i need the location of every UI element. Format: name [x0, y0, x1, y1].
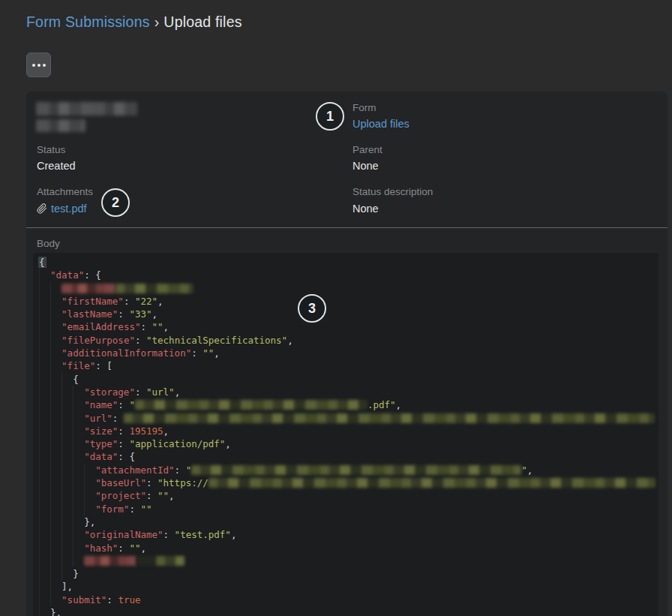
attachments-value: test.pdf	[37, 203, 87, 216]
breadcrumb: Form Submissions›Upload files	[26, 14, 242, 31]
code-token: "size"	[84, 425, 118, 437]
code-token: "firstName"	[62, 296, 124, 307]
code-token: :	[118, 308, 129, 320]
code-line: "additionalInformation": "",	[39, 347, 658, 359]
code-token: "	[186, 464, 192, 476]
code-token: "hash"	[84, 542, 118, 554]
code-line: "submit": true	[39, 593, 658, 606]
code-token: "baseUrl"	[95, 477, 146, 488]
code-token: ,	[527, 464, 533, 476]
attachment-filename: test.pdf	[51, 203, 87, 215]
section-divider	[26, 227, 668, 228]
attachment-link[interactable]: test.pdf	[37, 203, 87, 215]
code-token: "url"	[84, 413, 112, 424]
paperclip-icon	[37, 203, 47, 214]
redacted-blur	[208, 478, 656, 488]
annotation-circle-3: 3	[298, 294, 326, 323]
code-line: "filePurpose": "technicalSpecifications"…	[39, 334, 658, 347]
code-token: ],	[62, 581, 73, 592]
code-token: "technicalSpecifications"	[146, 335, 287, 346]
code-token: ""	[129, 542, 140, 554]
code-line: "data": {	[39, 450, 658, 463]
code-token: true	[118, 594, 140, 605]
code-token: :	[129, 503, 140, 515]
code-token: "data"	[84, 451, 118, 462]
code-token: : {	[84, 269, 101, 281]
redacted-blur	[156, 556, 184, 566]
code-token: ,	[164, 425, 170, 437]
code-line: },	[39, 606, 658, 616]
status-description-value: None	[352, 203, 379, 215]
code-line: "file": [	[39, 359, 658, 372]
code-token: "emailAddress"	[62, 321, 140, 332]
code-line: "storage": "url",	[39, 386, 658, 398]
code-token: ,	[231, 529, 237, 540]
code-token: "name"	[84, 399, 118, 410]
code-line: {	[39, 373, 658, 386]
annotation-circle-1: 1	[316, 102, 344, 131]
annotation-circle-2: 2	[101, 188, 130, 217]
code-line: "url":	[39, 412, 658, 425]
code-token: "originalName"	[84, 529, 163, 540]
code-token: ,	[140, 542, 146, 554]
code-line	[39, 282, 658, 295]
redacted-blur	[84, 556, 136, 566]
breadcrumb-current: Upload files	[164, 14, 242, 30]
code-token: ,	[214, 347, 220, 359]
code-token: "application/pdf"	[129, 438, 225, 449]
code-token: ""	[158, 490, 169, 501]
code-line: "type": "application/pdf",	[39, 437, 658, 450]
code-token: :	[112, 413, 124, 424]
form-value: Upload files	[352, 118, 410, 130]
redacted-blur	[116, 284, 194, 293]
code-token: "form"	[95, 503, 129, 515]
code-token: :	[135, 386, 146, 398]
code-token: "filePurpose"	[62, 335, 135, 346]
code-token: :	[124, 296, 135, 307]
code-token: :	[140, 321, 152, 332]
code-token: "submit"	[62, 594, 106, 605]
code-token: ,	[158, 296, 164, 307]
code-token: ,	[225, 438, 231, 449]
more-actions-button[interactable]	[26, 53, 51, 77]
code-token: ,	[152, 308, 158, 320]
code-line: "baseUrl": "https://	[39, 476, 658, 489]
parent-value: None	[352, 160, 379, 172]
code-token: :	[118, 425, 129, 437]
code-line: "size": 195195,	[39, 425, 658, 437]
attachments-label: Attachments	[37, 186, 93, 197]
redacted-blur	[136, 556, 156, 566]
code-token: :	[106, 594, 118, 605]
form-label: Form	[352, 102, 376, 113]
code-token: :	[191, 347, 202, 359]
code-token: "storage"	[84, 386, 135, 398]
code-token: .pdf"	[368, 399, 396, 410]
code-token: "lastName"	[62, 308, 118, 320]
form-link[interactable]: Upload files	[352, 118, 410, 130]
code-token: ,	[164, 321, 170, 332]
code-token: :	[175, 464, 186, 476]
code-token: "33"	[129, 308, 152, 320]
redacted-title-line1	[36, 102, 137, 116]
body-code[interactable]: {"data": {"firstName": "22","lastName": …	[33, 253, 658, 616]
code-line: "name": ".pdf",	[39, 398, 658, 411]
code-line: },	[39, 515, 658, 528]
code-token: "attachmentId"	[95, 464, 174, 476]
parent-label: Parent	[352, 144, 382, 155]
code-token: "test.pdf"	[175, 529, 231, 540]
code-line: "data": {	[39, 269, 658, 281]
code-token: },	[50, 607, 62, 616]
code-token: ,	[287, 335, 293, 346]
code-token: :	[118, 542, 129, 554]
code-token: "	[129, 399, 135, 410]
breadcrumb-parent-link[interactable]: Form Submissions	[26, 14, 150, 30]
status-value: Created	[37, 160, 76, 172]
code-line: "project": "",	[39, 489, 658, 502]
code-token: "url"	[146, 386, 175, 398]
redacted-blur	[124, 413, 655, 423]
redacted-blur	[191, 465, 521, 475]
code-token: : {	[118, 451, 135, 462]
redacted-blur	[135, 400, 368, 410]
code-line: "originalName": "test.pdf",	[39, 528, 658, 541]
code-token: {	[39, 257, 45, 268]
